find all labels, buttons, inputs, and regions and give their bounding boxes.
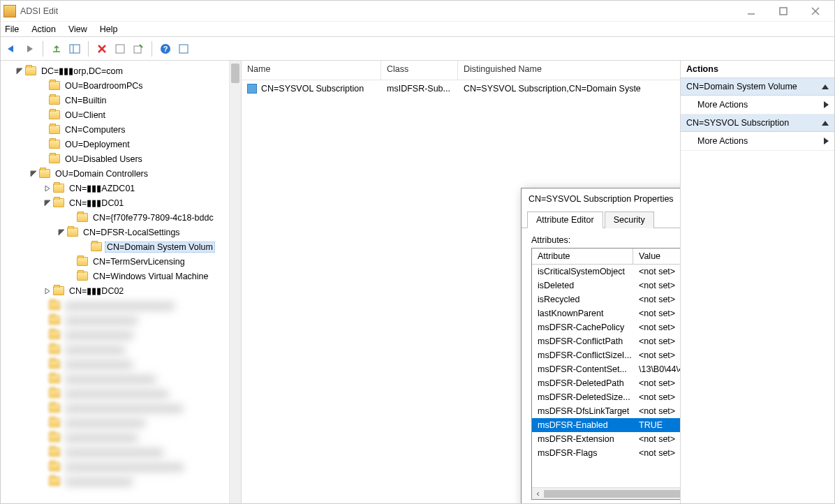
folder-icon [53, 184, 64, 193]
menu-help[interactable]: Help [100, 24, 118, 34]
forward-button[interactable] [22, 41, 37, 57]
tree-item[interactable]: CN=▮▮▮AZDC01 [3, 181, 241, 195]
column-header-value[interactable]: Value [633, 249, 681, 264]
tree-item-redacted[interactable]: xxxxxxxxxxxxxx [3, 474, 241, 489]
close-button[interactable] [799, 1, 832, 21]
attribute-row[interactable]: msDFSR-DeletedSize...<not set> [532, 390, 681, 404]
tree-item-redacted[interactable]: xxxxxxxxxxxxxx [3, 371, 241, 386]
tree-item-redacted[interactable]: xxxxxxxxxxxxxx [3, 342, 241, 357]
attr-name: msDFSR-DfsLinkTarget [532, 406, 633, 417]
up-button[interactable] [49, 41, 64, 57]
cell-name: CN=SYSVOL Subscription [261, 84, 364, 94]
attribute-row[interactable]: msDFSR-Extension<not set> [532, 432, 681, 446]
attr-name: isDeleted [532, 280, 633, 291]
attribute-row[interactable]: msDFSR-ContentSet...\13\B0\44\47\9F\EE\1… [532, 362, 681, 376]
attribute-row[interactable]: lastKnownParent<not set> [532, 306, 681, 320]
tree-item[interactable]: OU=Disabled Users [3, 151, 241, 166]
attribute-row[interactable]: isRecycled<not set> [532, 292, 681, 306]
attribute-row[interactable]: msDFSR-DfsLinkTarget<not set> [532, 404, 681, 418]
tree-item-redacted[interactable]: xxxxxxxxxxxxxx [3, 430, 241, 445]
column-header-dn[interactable]: Distinguished Name [458, 61, 680, 80]
tree-item-redacted[interactable]: xxxxxxxxxxxxxx [3, 327, 241, 342]
folder-icon [49, 433, 60, 442]
maximize-button[interactable] [767, 1, 799, 21]
expand-toggle-icon[interactable] [43, 184, 52, 193]
list-row[interactable]: CN=SYSVOL Subscription msIDFSR-Sub... CN… [242, 80, 680, 97]
delete-button[interactable] [94, 41, 110, 57]
folder-icon [49, 418, 60, 427]
title-bar: ADSI Edit [1, 1, 834, 22]
column-header-class[interactable]: Class [381, 61, 458, 80]
actions-group-title: CN=SYSVOL Subscription [686, 118, 789, 128]
tree-item[interactable]: OU=Deployment [3, 137, 241, 151]
new-window-button[interactable] [176, 41, 191, 57]
attribute-row[interactable]: isDeleted<not set> [532, 279, 681, 292]
attribute-row[interactable]: msDFSR-ConflictPath<not set> [532, 334, 681, 348]
expand-toggle-icon[interactable] [57, 228, 66, 237]
folder-icon [49, 330, 60, 339]
attr-name: msDFSR-DeletedPath [532, 378, 633, 389]
tree-item-redacted[interactable]: xxxxxxxxxxxxxx [3, 313, 241, 327]
actions-item-more[interactable]: More Actions [681, 132, 834, 151]
tree-item[interactable]: CN=▮▮▮DC01 [3, 195, 241, 210]
tree-item[interactable]: OU=Domain Controllers [3, 166, 241, 181]
actions-item-more[interactable]: More Actions [681, 96, 834, 114]
menu-file[interactable]: File [5, 24, 19, 34]
menu-action[interactable]: Action [31, 24, 56, 34]
tree-item-label: CN=Builtin [63, 95, 108, 106]
collapse-icon [822, 121, 829, 126]
actions-group-header[interactable]: CN=SYSVOL Subscription [681, 114, 834, 132]
expand-toggle-icon[interactable] [15, 66, 24, 75]
tree-item-redacted[interactable]: xxxxxxxxxxxxxx [3, 445, 241, 459]
scrollbar-thumb[interactable] [544, 490, 681, 498]
tab-security[interactable]: Security [605, 212, 654, 228]
expand-toggle-icon[interactable] [29, 169, 38, 178]
export-button[interactable] [131, 41, 146, 57]
tree-item[interactable]: CN=DFSR-LocalSettings [3, 225, 241, 239]
collapse-icon [822, 84, 829, 89]
tree-item[interactable]: CN=▮▮▮DC02 [3, 283, 241, 298]
tree-item[interactable]: OU=BoardroomPCs [3, 78, 241, 93]
tree-item[interactable]: CN=Windows Virtual Machine [3, 269, 241, 283]
refresh-button[interactable] [112, 41, 128, 57]
actions-group-header[interactable]: CN=Domain System Volume [681, 78, 834, 96]
tree-item-redacted[interactable]: xxxxxxxxxxxxxx [3, 401, 241, 415]
tree-item-redacted[interactable]: xxxxxxxxxxxxxx [3, 459, 241, 474]
tab-attribute-editor[interactable]: Attribute Editor [527, 212, 603, 228]
tree-item[interactable]: CN=TermServLicensing [3, 254, 241, 269]
tree-scrollbar[interactable] [229, 61, 241, 503]
back-button[interactable] [3, 41, 19, 57]
expand-toggle-icon[interactable] [43, 286, 52, 295]
attribute-list: Attribute Value isCriticalSystemObject<n… [531, 248, 681, 500]
tree-item-redacted[interactable]: xxxxxxxxxxxxxx [3, 386, 241, 401]
tree-item-redacted[interactable]: xxxxxxxxxxxxxx [3, 357, 241, 371]
attr-horizontal-scrollbar[interactable]: ‹ › [532, 487, 681, 499]
scrollbar-thumb[interactable] [231, 64, 239, 83]
attribute-row[interactable]: msDFSR-ConflictSizeI...<not set> [532, 348, 681, 362]
tree-item-label: xxxxxxxxxxxxxx [63, 476, 135, 487]
column-header-attribute[interactable]: Attribute [532, 249, 633, 264]
menu-bar: File Action View Help [1, 22, 834, 37]
tree-item-redacted[interactable]: xxxxxxxxxxxxxx [3, 298, 241, 313]
attribute-row[interactable]: msDFSR-CachePolicy<not set> [532, 320, 681, 334]
tree-item-label: xxxxxxxxxxxxxx [63, 403, 185, 414]
minimize-button[interactable] [735, 1, 767, 21]
attribute-row[interactable]: msDFSR-DeletedPath<not set> [532, 376, 681, 390]
tree-item-label: xxxxxxxxxxxxxx [63, 315, 140, 326]
menu-view[interactable]: View [68, 24, 87, 34]
tree-item-selected[interactable]: CN=Domain System Volum [3, 239, 241, 254]
show-hide-tree-button[interactable] [67, 41, 82, 57]
tree-item[interactable]: CN={f70fe779-7809-4c18-bddc [3, 210, 241, 225]
expand-toggle-icon[interactable] [43, 198, 52, 207]
attribute-row[interactable]: msDFSR-EnabledTRUE [532, 418, 681, 432]
tree-item[interactable]: CN=Builtin [3, 93, 241, 108]
attribute-row[interactable]: msDFSR-Flags<not set> [532, 446, 681, 460]
tree-item-redacted[interactable]: xxxxxxxxxxxxxx [3, 415, 241, 430]
column-header-name[interactable]: Name [242, 61, 381, 80]
tree-item[interactable]: DC=▮▮▮orp,DC=com [3, 64, 241, 78]
tree-item[interactable]: CN=Computers [3, 122, 241, 137]
scroll-left-icon[interactable]: ‹ [532, 488, 544, 500]
attribute-row[interactable]: isCriticalSystemObject<not set> [532, 265, 681, 279]
help-button[interactable]: ? [158, 41, 173, 57]
tree-item[interactable]: OU=Client [3, 108, 241, 122]
